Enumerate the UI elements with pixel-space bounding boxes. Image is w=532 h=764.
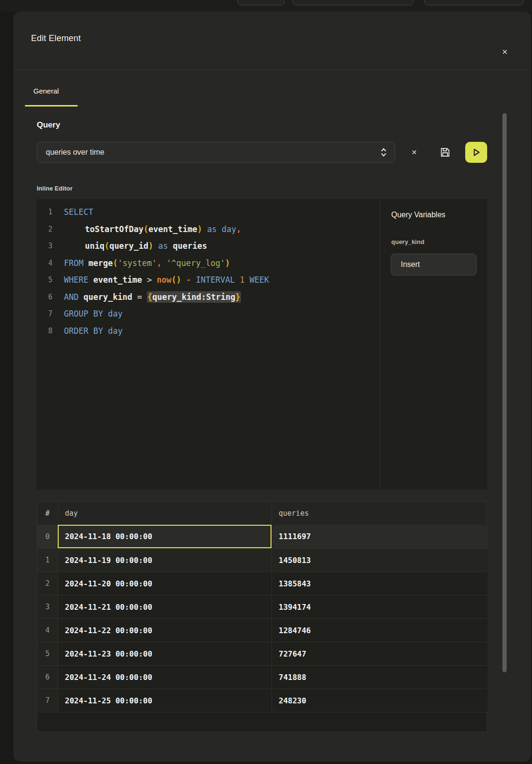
- token-paren: (: [113, 258, 117, 268]
- save-query-button[interactable]: [437, 144, 453, 160]
- table-row[interactable]: 62024-11-24 00:00:00741888: [37, 665, 487, 689]
- code-text: AND query_kind = {query_kind:String}: [64, 289, 241, 306]
- background-input: [424, 0, 523, 5]
- token-punct: -: [186, 275, 191, 285]
- table-row[interactable]: 42024-11-22 00:00:001284746: [37, 618, 487, 642]
- queries-cell[interactable]: 1385843: [271, 572, 488, 595]
- line-number: 6: [37, 289, 52, 306]
- clear-query-button[interactable]: ✕: [406, 144, 422, 160]
- token-kw: day: [222, 224, 237, 234]
- token-kw: INTERVAL: [196, 275, 235, 285]
- token-paren: ): [225, 258, 230, 268]
- insert-variable-button[interactable]: Insert: [391, 254, 477, 276]
- query-select[interactable]: queries over time: [37, 142, 395, 163]
- token-fn: event_time: [148, 224, 197, 234]
- clear-icon: ✕: [411, 149, 417, 156]
- day-cell[interactable]: 2024-11-22 00:00:00: [58, 619, 271, 642]
- row-index-cell[interactable]: 3: [37, 595, 58, 618]
- day-cell[interactable]: 2024-11-23 00:00:00: [58, 642, 271, 665]
- vertical-scrollbar-thumb[interactable]: [502, 113, 507, 672]
- token-punct: ,: [236, 224, 241, 234]
- token-fn: toStartOfDay: [85, 224, 144, 234]
- queries-cell[interactable]: 1111697: [271, 525, 488, 548]
- table-row[interactable]: 12024-11-19 00:00:001450813: [37, 548, 487, 572]
- query-variables-panel: Query Variables query_kind Insert: [380, 199, 487, 489]
- code-line: 6AND query_kind = {query_kind:String}: [37, 289, 380, 306]
- variable-name-label: query_kind: [391, 238, 424, 245]
- floppy-save-icon: [439, 147, 451, 158]
- code-line: 2toStartOfDay(event_time) as day,: [37, 221, 380, 238]
- token-kw: AND: [64, 292, 79, 302]
- row-index-cell[interactable]: 2: [37, 572, 58, 595]
- table-row[interactable]: 02024-11-18 00:00:001111697: [37, 525, 487, 548]
- code-text: ORDER BY day: [64, 323, 123, 340]
- token-plain: [168, 241, 173, 251]
- queries-cell[interactable]: 1284746: [271, 619, 488, 642]
- day-cell[interactable]: 2024-11-21 00:00:00: [58, 595, 271, 618]
- token-plain: [153, 241, 158, 251]
- token-fn: merge: [88, 258, 113, 268]
- token-kw: ORDER: [64, 326, 88, 336]
- token-str: '^query_log': [167, 258, 225, 268]
- queries-cell[interactable]: 727647: [271, 642, 488, 665]
- token-plain: [181, 275, 186, 285]
- sql-editor-container: 1SELECT2toStartOfDay(event_time) as day,…: [37, 199, 487, 489]
- token-paren: (: [104, 241, 109, 251]
- sql-code-editor[interactable]: 1SELECT2toStartOfDay(event_time) as day,…: [37, 199, 380, 489]
- code-line: 8ORDER BY day: [37, 323, 380, 340]
- token-kw: BY: [93, 326, 103, 336]
- day-cell[interactable]: 2024-11-18 00:00:00: [58, 525, 271, 548]
- day-cell[interactable]: 2024-11-25 00:00:00: [58, 689, 271, 712]
- tab-general[interactable]: General: [33, 87, 59, 95]
- day-cell[interactable]: 2024-11-19 00:00:00: [58, 549, 271, 572]
- line-number: 2: [37, 221, 52, 238]
- day-cell[interactable]: 2024-11-20 00:00:00: [58, 572, 271, 595]
- token-plain: =: [132, 292, 147, 302]
- queries-cell[interactable]: 741888: [271, 666, 488, 689]
- token-fn: query_kind: [83, 292, 132, 302]
- day-cell[interactable]: 2024-11-24 00:00:00: [58, 666, 271, 689]
- line-number: 8: [37, 323, 52, 340]
- edit-element-dialog: Edit Element ✕ General Query queries ove…: [13, 11, 531, 762]
- tab-active-underline: [25, 105, 78, 106]
- row-index-cell[interactable]: 4: [37, 619, 58, 642]
- token-paren: {: [147, 292, 152, 302]
- table-row[interactable]: 32024-11-21 00:00:001394174: [37, 595, 487, 618]
- background-button: [238, 0, 284, 5]
- code-text: uniq(query_id) as queries: [64, 238, 207, 255]
- query-select-value: queries over time: [46, 148, 380, 157]
- token-paren: (: [144, 224, 148, 234]
- line-number: 5: [37, 272, 52, 289]
- line-number: 7: [37, 306, 52, 323]
- row-index-cell[interactable]: 1: [37, 549, 58, 572]
- token-fn: query_id: [109, 241, 148, 251]
- chevron-up-down-icon: [380, 147, 387, 158]
- token-plain: [88, 326, 93, 336]
- row-index-cell[interactable]: 6: [37, 666, 58, 689]
- queries-cell[interactable]: 248230: [271, 689, 488, 712]
- code-line: 7GROUP BY day: [37, 306, 380, 323]
- code-line: 1SELECT: [37, 204, 380, 221]
- table-row[interactable]: 52024-11-23 00:00:00727647: [37, 642, 487, 665]
- results-table: # day queries 02024-11-18 00:00:00111169…: [37, 501, 487, 732]
- token-kw: WEEK: [250, 275, 269, 285]
- token-plain: [217, 224, 221, 234]
- column-header-queries: queries: [271, 501, 488, 525]
- row-index-cell[interactable]: 0: [37, 525, 58, 548]
- row-index-cell[interactable]: 5: [37, 642, 58, 665]
- token-plain: [191, 275, 196, 285]
- close-icon[interactable]: ✕: [498, 45, 511, 59]
- token-kw: SELECT: [64, 207, 93, 217]
- run-query-button[interactable]: [465, 142, 487, 163]
- queries-cell[interactable]: 1450813: [271, 549, 488, 572]
- inline-editor-label: Inline Editor: [37, 185, 73, 192]
- row-index-cell[interactable]: 7: [37, 689, 58, 712]
- token-plain: [235, 275, 240, 285]
- table-row[interactable]: 72024-11-25 00:00:00248230: [37, 689, 487, 712]
- dialog-header: Edit Element ✕: [13, 11, 531, 70]
- column-header-day: day: [58, 501, 271, 525]
- column-header-index: #: [37, 501, 58, 525]
- table-row[interactable]: 22024-11-20 00:00:001385843: [37, 572, 487, 595]
- code-text: GROUP BY day: [64, 306, 123, 323]
- queries-cell[interactable]: 1394174: [271, 595, 488, 618]
